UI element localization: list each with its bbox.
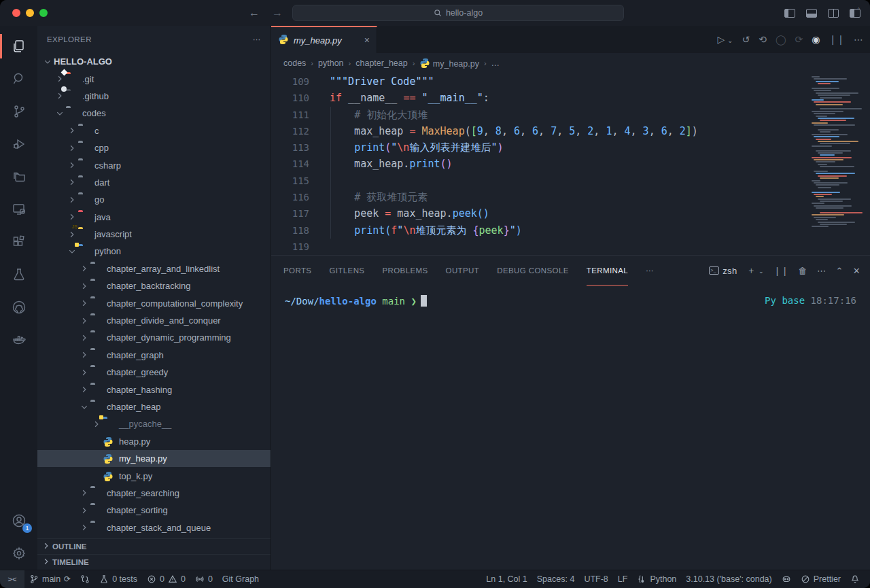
code-line-118[interactable]: 118 print(f"\n堆顶元素为 {peek}") <box>271 222 870 239</box>
panel-tabs-more-icon[interactable]: ⋯ <box>646 266 654 275</box>
problems-status[interactable]: 0 0 <box>142 570 190 588</box>
new-terminal-icon[interactable]: ＋ ⌄ <box>747 264 764 277</box>
tree-item-chapter-greedy[interactable]: chapter_greedy <box>37 364 271 381</box>
change-icon[interactable]: ◯ <box>776 34 786 45</box>
code-line-117[interactable]: 117 peek = max_heap.peek() <box>271 205 870 222</box>
notifications-button[interactable] <box>846 570 865 588</box>
tree-item-chapter-backtracking[interactable]: chapter_backtracking <box>37 277 271 294</box>
command-center-search[interactable]: hello-algo <box>292 5 624 21</box>
panel-more-actions-icon[interactable]: ⋯ <box>817 266 826 276</box>
tab-my-heap-py[interactable]: my_heap.py × <box>271 26 377 53</box>
kill-terminal-icon[interactable]: 🗑 <box>799 266 807 276</box>
close-window-button[interactable] <box>12 9 20 17</box>
panel-tab-ports[interactable]: PORTS <box>283 256 311 286</box>
github-activity-icon[interactable] <box>0 291 37 324</box>
breadcrumb-item[interactable]: my_heap.py <box>419 58 479 69</box>
tree-item--github[interactable]: .github <box>37 88 271 105</box>
panel-tab-terminal[interactable]: TERMINAL <box>587 256 628 286</box>
tree-item--pycache-[interactable]: __pycache__ <box>37 415 271 432</box>
customize-layout-icon[interactable] <box>850 9 860 18</box>
git-compare-status[interactable] <box>75 570 94 588</box>
run-code-icon[interactable]: ◉ <box>812 34 820 45</box>
tree-item-chapter-searching[interactable]: chapter_searching <box>37 485 271 502</box>
tree-item-csharp[interactable]: csharp <box>37 156 271 173</box>
indentation-setting[interactable]: Spaces: 4 <box>532 570 580 588</box>
breadcrumb-item[interactable]: … <box>491 58 500 68</box>
tree-item-codes[interactable]: codes <box>37 105 271 122</box>
ports-status[interactable]: 0 <box>190 570 218 588</box>
tree-item-chapter-graph[interactable]: chapter_graph <box>37 347 271 364</box>
code-line-112[interactable]: 112 max_heap = MaxHeap([9, 8, 6, 6, 7, 5… <box>271 123 870 139</box>
explorer-more-icon[interactable]: ⋯ <box>253 35 261 44</box>
remote-explorer-activity-icon[interactable] <box>0 193 37 226</box>
tree-item-hello-algo[interactable]: HELLO-ALGO <box>37 53 271 70</box>
encoding-setting[interactable]: UTF-8 <box>579 570 612 588</box>
back-icon[interactable]: ← <box>249 7 260 19</box>
tree-item-chapter-heap[interactable]: chapter_heap <box>37 398 271 415</box>
code-line-116[interactable]: 116 # 获取堆顶元素 <box>271 189 870 205</box>
cursor-position[interactable]: Ln 1, Col 1 <box>481 570 532 588</box>
tree-item-chapter-divide-and-conquer[interactable]: chapter_divide_and_conquer <box>37 312 271 329</box>
forward-icon[interactable]: → <box>272 7 283 19</box>
code-line-113[interactable]: 113 print("\n输入列表并建堆后") <box>271 139 870 156</box>
run-python-file-icon[interactable]: ▷ ⌄ <box>717 34 733 45</box>
tree-item-top-k-py[interactable]: top_k.py <box>37 467 271 484</box>
tree-item-c[interactable]: c <box>37 122 271 139</box>
python-interpreter[interactable]: 3.10.13 ('base': conda) <box>681 570 776 588</box>
tree-item-java[interactable]: java <box>37 209 271 226</box>
minimap[interactable] <box>812 76 865 228</box>
code-line-111[interactable]: 111 # 初始化大顶堆 <box>271 107 870 123</box>
testing-activity-icon[interactable] <box>0 258 37 291</box>
sidebar-section-outline[interactable]: OUTLINE <box>37 538 271 554</box>
code-line-110[interactable]: 110if __name__ == "__main__": <box>271 90 870 106</box>
code-line-109[interactable]: 109"""Driver Code""" <box>271 73 870 90</box>
split-editor-icon[interactable]: ❘❘ <box>829 34 845 45</box>
branch-status[interactable]: main ⟳ <box>24 570 75 588</box>
tree-item-chapter-computational-complexity[interactable]: chapter_computational_complexity <box>37 294 271 311</box>
toggle-secondary-sidebar-icon[interactable] <box>828 9 839 18</box>
file-folders-activity-icon[interactable] <box>0 160 37 193</box>
panel-tab-problems[interactable]: PROBLEMS <box>382 256 428 286</box>
git-graph-button[interactable]: Git Graph <box>218 570 264 588</box>
tree-item--git[interactable]: .git <box>37 70 271 87</box>
timeline-history-icon[interactable]: ↺ <box>742 34 750 45</box>
explorer-activity-icon[interactable] <box>0 30 37 63</box>
tree-item-chapter-array-and-linkedlist[interactable]: chapter_array_and_linkedlist <box>37 260 271 277</box>
zoom-window-button[interactable] <box>39 9 48 17</box>
copilot-status[interactable] <box>777 570 796 588</box>
tree-item-dart[interactable]: dart <box>37 174 271 191</box>
split-terminal-icon[interactable]: ❘❘ <box>773 266 789 276</box>
tree-item-my-heap-py[interactable]: my_heap.py <box>37 450 271 467</box>
panel-tab-output[interactable]: OUTPUT <box>446 256 480 286</box>
tree-item-chapter-dynamic-programming[interactable]: chapter_dynamic_programming <box>37 329 271 346</box>
editor-more-actions-icon[interactable]: ⋯ <box>854 34 863 45</box>
settings-activity-icon[interactable] <box>0 537 37 570</box>
tree-item-go[interactable]: go <box>37 191 271 208</box>
toggle-panel-icon[interactable] <box>806 9 817 18</box>
code-line-115[interactable]: 115 <box>271 173 870 189</box>
close-panel-icon[interactable]: ✕ <box>853 266 860 276</box>
tests-status[interactable]: 0 tests <box>94 570 142 588</box>
tree-item-chapter-hashing[interactable]: chapter_hashing <box>37 381 271 398</box>
code-line-119[interactable]: 119 <box>271 239 870 255</box>
extensions-activity-icon[interactable] <box>0 226 37 258</box>
language-mode[interactable]: Python <box>632 570 681 588</box>
minimize-window-button[interactable] <box>26 9 34 17</box>
sidebar-section-timeline[interactable]: TIMELINE <box>37 554 271 570</box>
code-editor[interactable]: 109"""Driver Code"""110if __name__ == "_… <box>271 73 870 255</box>
next-change-icon[interactable]: ⟳ <box>795 34 803 45</box>
tab-close-icon[interactable]: × <box>364 35 370 46</box>
maximize-panel-icon[interactable]: ⌃ <box>835 266 843 276</box>
toggle-primary-sidebar-icon[interactable] <box>784 9 795 18</box>
breadcrumb-item[interactable]: python <box>318 58 344 68</box>
remote-indicator[interactable]: >< <box>0 570 24 588</box>
accounts-activity-icon[interactable]: 1 <box>0 504 37 537</box>
tree-item-python[interactable]: python <box>37 243 271 260</box>
prettier-status[interactable]: Prettier <box>796 570 846 588</box>
terminal[interactable]: ~/Dow/hello-algo main ❯ Py base 18:17:16 <box>271 286 870 570</box>
shell-selector[interactable]: >_zsh <box>709 266 737 276</box>
panel-tab-gitlens[interactable]: GITLENS <box>329 256 364 286</box>
source-control-activity-icon[interactable] <box>0 95 37 128</box>
eol-setting[interactable]: LF <box>613 570 633 588</box>
code-line-114[interactable]: 114 max_heap.print() <box>271 156 870 172</box>
